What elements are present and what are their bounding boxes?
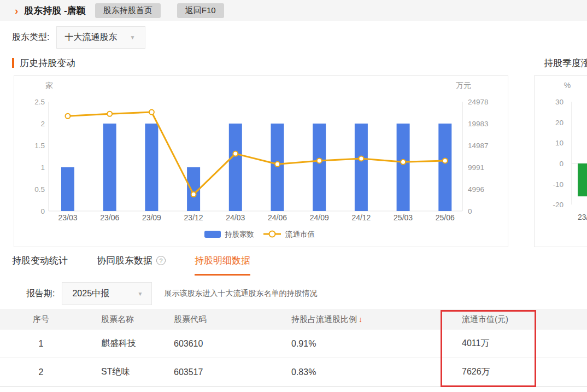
table-header-cell[interactable]: 持股占流通股比例↓: [272, 314, 443, 325]
section-accent-bar: [12, 58, 14, 68]
svg-text:9991: 9991: [468, 163, 484, 172]
detail-tabs: 持股变动统计协同股东数据?持股明细数据: [12, 254, 250, 276]
report-period-description: 展示该股东进入十大流通股东名单的持股情况: [164, 289, 317, 299]
table-header-label: 流通市值(元): [462, 314, 508, 324]
table-cell: 4011万: [443, 338, 587, 349]
svg-text:1.5: 1.5: [34, 142, 45, 150]
shareholder-type-row: 股东类型: 十大流通股东 ▼: [12, 26, 145, 49]
svg-text:4996: 4996: [468, 185, 484, 194]
svg-text:14987: 14987: [468, 142, 489, 150]
svg-text:0: 0: [40, 207, 45, 215]
table-row[interactable]: 2ST绝味6035170.83%7626万: [0, 358, 587, 387]
svg-text:10: 10: [555, 139, 563, 147]
history-holdings-chart: 家万元00.511.522.50499699911498719983249782…: [14, 75, 508, 247]
quarter-change-chart: %3020100-10-2023/03: [534, 75, 587, 247]
report-period-select[interactable]: 2025中报 ▼: [62, 282, 152, 305]
svg-text:24/06: 24/06: [268, 213, 287, 222]
table-header-cell: 流通市值(元): [443, 314, 587, 325]
table-cell: 麒盛科技: [82, 338, 155, 349]
svg-text:0.5: 0.5: [34, 185, 45, 194]
svg-text:24/12: 24/12: [351, 213, 371, 222]
svg-text:流通市值: 流通市值: [285, 230, 315, 238]
back-f10-button[interactable]: 返回F10: [177, 3, 224, 18]
svg-text:家: 家: [45, 81, 53, 90]
svg-text:0: 0: [468, 207, 472, 215]
table-cell: 7626万: [443, 366, 587, 378]
shareholder-home-button[interactable]: 股东持股首页: [95, 3, 161, 18]
tab-label: 持股明细数据: [195, 254, 250, 267]
tab-1[interactable]: 协同股东数据?: [97, 254, 166, 274]
table-cell: 1: [0, 339, 82, 349]
table-cell: 603610: [155, 339, 272, 349]
report-period-value: 2025中报: [72, 288, 109, 300]
report-period-label: 报告期:: [26, 288, 55, 300]
table-header-cell: 股票代码: [155, 314, 272, 325]
tab-label: 协同股东数据: [97, 254, 152, 267]
svg-text:万元: 万元: [456, 81, 471, 90]
svg-text:-20: -20: [553, 201, 563, 209]
tab-2[interactable]: 持股明细数据: [195, 254, 250, 276]
tab-label: 持股变动统计: [12, 254, 68, 267]
svg-text:24/09: 24/09: [310, 213, 329, 222]
holdings-table: 序号股票名称股票代码持股占流通股比例↓流通市值(元)1麒盛科技6036100.9…: [0, 309, 587, 387]
table-header-label: 持股占流通股比例: [291, 314, 357, 324]
chevron-down-icon: ▼: [138, 291, 143, 297]
sort-desc-icon[interactable]: ↓: [359, 315, 362, 324]
svg-text:19983: 19983: [468, 120, 489, 128]
history-section-title: 历史持股变动: [12, 57, 75, 69]
chevron-down-icon: ▼: [130, 34, 136, 40]
quarter-change-chart-svg: %3020100-10-2023/03: [535, 76, 587, 247]
svg-text:30: 30: [555, 98, 563, 106]
svg-text:25/06: 25/06: [436, 213, 455, 222]
svg-text:2: 2: [40, 120, 45, 128]
help-question-icon[interactable]: ?: [156, 256, 166, 265]
shareholder-type-value: 十大流通股东: [64, 32, 117, 43]
svg-text:23/12: 23/12: [184, 213, 203, 222]
table-cell: ST绝味: [82, 366, 155, 378]
svg-text:23/06: 23/06: [100, 213, 119, 222]
page-title: 股东持股 -唐颖: [24, 4, 85, 17]
table-header-row: 序号股票名称股票代码持股占流通股比例↓流通市值(元): [0, 309, 587, 330]
history-holdings-chart-svg: 家万元00.511.522.50499699911498719983249782…: [14, 76, 508, 247]
svg-text:1: 1: [40, 163, 45, 172]
tab-0[interactable]: 持股变动统计: [12, 254, 68, 274]
table-header-label: 股票代码: [174, 314, 207, 324]
svg-text:%: %: [564, 81, 571, 90]
shareholder-type-label: 股东类型:: [12, 32, 49, 43]
breadcrumb-arrow-icon: ›: [15, 5, 18, 16]
svg-text:持股家数: 持股家数: [225, 230, 254, 238]
svg-text:2.5: 2.5: [34, 98, 45, 106]
history-section-title-text: 历史持股变动: [20, 57, 75, 69]
table-header-label: 序号: [33, 314, 49, 324]
svg-text:24978: 24978: [468, 98, 489, 106]
table-cell: 0.83%: [272, 367, 443, 377]
quarter-section-title-text: 持股季度涨: [544, 57, 587, 69]
svg-text:23/09: 23/09: [142, 213, 161, 222]
svg-text:23/03: 23/03: [578, 213, 587, 221]
table-row[interactable]: 1麒盛科技6036100.91%4011万: [0, 330, 587, 358]
shareholder-type-select[interactable]: 十大流通股东 ▼: [56, 26, 145, 49]
table-header-cell: 股票名称: [82, 314, 155, 325]
svg-text:-10: -10: [553, 180, 563, 189]
svg-text:23/03: 23/03: [58, 213, 77, 222]
table-cell: 0.91%: [272, 339, 443, 349]
top-bar: › 股东持股 -唐颖 股东持股首页 返回F10: [0, 0, 587, 21]
svg-text:20: 20: [555, 119, 563, 127]
table-header-cell: 序号: [0, 314, 82, 325]
quarter-section-title: 持股季度涨: [538, 57, 587, 69]
svg-text:24/03: 24/03: [226, 213, 245, 222]
report-period-row: 报告期: 2025中报 ▼ 展示该股东进入十大流通股东名单的持股情况: [26, 282, 317, 305]
table-cell: 2: [0, 367, 82, 377]
svg-text:0: 0: [559, 160, 563, 168]
table-cell: 603517: [155, 367, 272, 377]
svg-text:25/03: 25/03: [394, 213, 413, 222]
table-header-label: 股票名称: [101, 314, 134, 324]
